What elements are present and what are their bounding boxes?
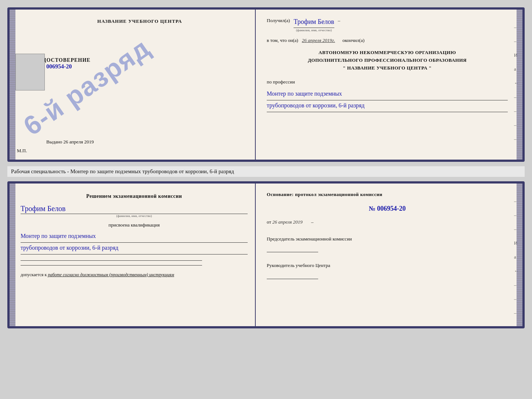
bot-profession-line2: трубопроводов от коррозии, 6-й разряд xyxy=(21,243,248,254)
bottom-document: Решением экзаменационной комиссии Трофим… xyxy=(7,181,525,328)
photo-placeholder xyxy=(15,54,45,90)
bot-blank-lines xyxy=(21,260,248,266)
dash1: – xyxy=(338,17,341,24)
bot-ot-prefix: от xyxy=(267,219,271,225)
profession-label: по профессии xyxy=(267,79,508,85)
poluchil-row: Получил(а) Трофим Белов (фамилия, имя, о… xyxy=(267,17,508,33)
blank-line-2 xyxy=(21,265,202,266)
bot-profession-block: Монтер по защите подземных трубопроводов… xyxy=(21,231,248,254)
vtom-row: в том, что он(а) 26 апреля 2019г. окончи… xyxy=(267,37,508,44)
predsedatel-label: Председатель экзаменационной комиссии xyxy=(267,235,508,243)
org-line2: ДОПОЛНИТЕЛЬНОГО ПРОФЕССИОНАЛЬНОГО ОБРАЗО… xyxy=(267,57,508,64)
bot-dash1: – xyxy=(311,219,314,225)
bot-protocol-number: № 006954-20 xyxy=(267,205,508,213)
blank-line-1 xyxy=(21,260,202,261)
bot-left: Решением экзаменационной комиссии Трофим… xyxy=(10,184,256,326)
vydano-line: Выдано 26 апреля 2019 xyxy=(46,139,94,145)
name-hint: (фамилия, имя, отчество) xyxy=(294,28,334,33)
bot-profession-line1: Монтер по защите подземных xyxy=(21,231,248,243)
okoncil-label: окончил(а) xyxy=(342,37,364,44)
profession-line2: трубопроводов от коррозии, 6-й разряд xyxy=(267,100,508,112)
org-line1: АВТОНОМНУЮ НЕКОММЕРЧЕСКУЮ ОРГАНИЗАЦИЮ xyxy=(267,49,508,57)
org-block: АВТОНОМНУЮ НЕКОММЕРЧЕСКУЮ ОРГАНИЗАЦИЮ ДО… xyxy=(267,49,508,72)
udost-number: № 006954-20 xyxy=(39,63,90,70)
udostoverenie-block: УДОСТОВЕРЕНИЕ № 006954-20 xyxy=(39,57,90,70)
dopuskaetsya-italic: работе согласно должностным (производств… xyxy=(48,272,174,277)
dopuskaetsya-text: допускается к работе согласно должностны… xyxy=(21,272,248,278)
rukovoditel-label: Руководитель учебного Центра xyxy=(267,262,508,269)
bot-right-texture xyxy=(517,184,522,326)
bot-title: Решением экзаменационной комиссии xyxy=(21,192,248,200)
bot-recipient-name: Трофим Белов xyxy=(21,204,248,214)
middle-text: Рабочая специальность - Монтер по защите… xyxy=(7,166,525,177)
udostoverenie-label: УДОСТОВЕРЕНИЕ xyxy=(39,57,90,63)
bot-right: Основание: протокол экзаменационной коми… xyxy=(256,184,522,326)
vydano-prefix: Выдано xyxy=(46,139,62,145)
dopuskaetsya-prefix: допускается к xyxy=(21,272,47,277)
predsedatel-signature-line xyxy=(267,252,318,252)
recipient-name: Трофим Белов xyxy=(294,17,334,28)
page-wrapper: НАЗВАНИЕ УЧЕБНОГО ЦЕНТРА 6-й разряд УДОС… xyxy=(7,7,525,328)
prisvoena-label: присвоена квалификация xyxy=(21,222,248,228)
mp-label: М.П. xyxy=(17,148,27,154)
bot-date-line: от 26 апреля 2019 – xyxy=(267,219,508,225)
vydano-date: 26 апреля 2019 xyxy=(64,139,94,145)
profession-line1: Монтер по защите подземных xyxy=(267,89,508,100)
profession-block: Монтер по защите подземных трубопроводов… xyxy=(267,89,508,112)
completion-date: 26 апреля 2019г. xyxy=(302,37,335,44)
rukovoditel-signature-line xyxy=(267,279,318,279)
doc-right: Получил(а) Трофим Белов (фамилия, имя, о… xyxy=(256,10,522,160)
org-quote: " НАЗВАНИЕ УЧЕБНОГО ЦЕНТРА " xyxy=(267,64,508,72)
poluchil-label: Получил(а) xyxy=(267,17,290,24)
top-document: НАЗВАНИЕ УЧЕБНОГО ЦЕНТРА 6-й разряд УДОС… xyxy=(7,7,525,162)
bot-name-hint: (фамилия, имя, отчество) xyxy=(21,214,248,218)
bot-name-block: Трофим Белов (фамилия, имя, отчество) xyxy=(21,203,248,218)
center-title: НАЗВАНИЕ УЧЕБНОГО ЦЕНТРА xyxy=(97,18,182,24)
doc-left: НАЗВАНИЕ УЧЕБНОГО ЦЕНТРА 6-й разряд УДОС… xyxy=(10,10,256,160)
vtom-label: в том, что он(а) xyxy=(267,37,298,44)
right-texture xyxy=(517,10,522,160)
bot-right-title: Основание: протокол экзаменационной коми… xyxy=(267,191,508,198)
bot-ot-date: 26 апреля 2019 xyxy=(272,219,302,225)
